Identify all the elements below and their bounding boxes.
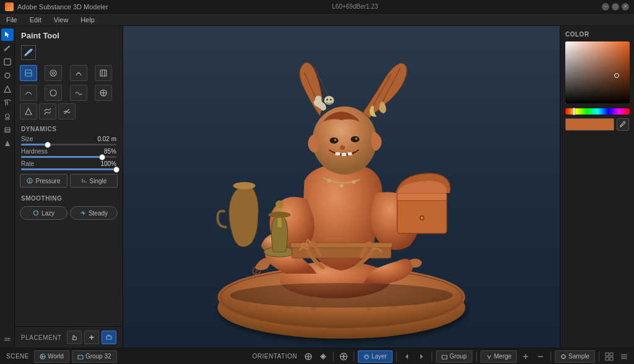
orientation-icon-2[interactable] bbox=[317, 350, 329, 363]
tool-btn-9[interactable] bbox=[20, 103, 37, 119]
svg-point-45 bbox=[351, 136, 360, 142]
svg-rect-92 bbox=[606, 357, 609, 360]
svg-point-77 bbox=[322, 355, 324, 357]
svg-point-46 bbox=[334, 139, 337, 141]
paint-tool-title: Paint Tool bbox=[15, 26, 123, 43]
list-view-icon[interactable] bbox=[618, 350, 630, 363]
group-button[interactable]: Group bbox=[436, 350, 472, 363]
add-icon[interactable] bbox=[519, 350, 532, 363]
svg-point-59 bbox=[340, 184, 344, 188]
svg-point-10 bbox=[6, 338, 7, 339]
menu-bar: File Edit View Help bbox=[0, 14, 634, 26]
svg-point-42 bbox=[421, 217, 423, 219]
tool-btn-3[interactable] bbox=[70, 65, 87, 81]
menu-file[interactable]: File bbox=[4, 15, 20, 25]
smoothing-buttons: Lazy Steady bbox=[15, 204, 123, 222]
app-icon bbox=[5, 2, 14, 11]
menu-edit[interactable]: Edit bbox=[27, 15, 44, 25]
tool-btn-1[interactable] bbox=[20, 65, 37, 81]
stamp-tool[interactable] bbox=[1, 110, 14, 123]
tool-btn-11[interactable] bbox=[58, 103, 76, 119]
window-controls[interactable]: ─ □ ✕ bbox=[602, 3, 629, 11]
next-icon[interactable] bbox=[415, 350, 428, 363]
title-left: Adobe Substance 3D Modeler bbox=[5, 2, 108, 11]
grid-view-icon[interactable] bbox=[603, 350, 615, 363]
eraser-tool[interactable] bbox=[1, 69, 14, 82]
cursor-tool[interactable] bbox=[1, 28, 14, 41]
svg-rect-34 bbox=[106, 336, 111, 339]
tool-btn-2[interactable] bbox=[45, 65, 62, 81]
group32-button[interactable]: Group 32 bbox=[72, 350, 117, 363]
brush-icon-row bbox=[15, 43, 123, 63]
globe-icon[interactable] bbox=[337, 350, 350, 363]
svg-point-58 bbox=[328, 179, 331, 183]
color-label: COLOR bbox=[565, 31, 629, 38]
tool-btn-10[interactable] bbox=[39, 103, 56, 119]
app-title: Adobe Substance 3D Modeler bbox=[17, 3, 108, 11]
left-panel: Paint Tool bbox=[15, 26, 123, 348]
shape-tool[interactable] bbox=[1, 83, 14, 95]
size-slider[interactable] bbox=[21, 144, 116, 145]
hue-thumb bbox=[573, 108, 575, 115]
text-tool[interactable] bbox=[1, 97, 14, 109]
color-picker-cursor bbox=[614, 73, 619, 78]
rate-slider[interactable] bbox=[21, 168, 116, 170]
tool-btn-5[interactable] bbox=[20, 85, 37, 101]
prev-icon[interactable] bbox=[401, 350, 413, 363]
svg-rect-50 bbox=[348, 152, 352, 155]
menu-help[interactable]: Help bbox=[78, 15, 97, 25]
hue-slider[interactable] bbox=[565, 108, 630, 115]
tool-btn-7[interactable] bbox=[70, 85, 87, 101]
tool-btn-8[interactable] bbox=[95, 85, 112, 101]
eyedropper-button[interactable] bbox=[617, 118, 629, 131]
color-swatch[interactable] bbox=[565, 118, 614, 131]
world-button[interactable]: World bbox=[34, 350, 69, 363]
maximize-button[interactable]: □ bbox=[612, 3, 619, 11]
dynamics-buttons: Pressure Single bbox=[15, 171, 123, 190]
close-button[interactable]: ✕ bbox=[622, 3, 629, 11]
paint-tool[interactable] bbox=[1, 42, 14, 54]
separator-3 bbox=[396, 352, 397, 362]
menu-view[interactable]: View bbox=[51, 15, 71, 25]
svg-point-55 bbox=[330, 99, 332, 101]
settings-tool[interactable] bbox=[1, 333, 14, 345]
svg-rect-91 bbox=[610, 353, 613, 356]
separator-1 bbox=[333, 352, 334, 362]
sample-button[interactable]: Sample bbox=[555, 350, 595, 363]
pencil-tool[interactable] bbox=[1, 56, 14, 68]
svg-rect-17 bbox=[100, 70, 106, 76]
separator-4 bbox=[432, 352, 432, 362]
steady-button[interactable]: Steady bbox=[70, 206, 118, 220]
main-layout: Paint Tool bbox=[0, 26, 634, 348]
color-swatch-row bbox=[565, 118, 629, 131]
viewport[interactable] bbox=[123, 26, 560, 348]
svg-rect-93 bbox=[610, 357, 613, 360]
brush-icon[interactable] bbox=[21, 45, 36, 60]
remove-icon[interactable] bbox=[534, 350, 547, 363]
placement-axis[interactable] bbox=[84, 331, 99, 344]
pressure-button[interactable]: Pressure bbox=[20, 174, 67, 188]
svg-point-44 bbox=[330, 137, 339, 144]
placement-hand[interactable] bbox=[67, 331, 82, 344]
hardness-slider[interactable] bbox=[21, 156, 116, 158]
svg-rect-49 bbox=[342, 153, 347, 156]
minimize-button[interactable]: ─ bbox=[602, 3, 609, 11]
single-button[interactable]: Single bbox=[70, 174, 118, 188]
placement-surface[interactable] bbox=[102, 331, 116, 344]
svg-rect-40 bbox=[397, 193, 447, 201]
left-toolbar bbox=[0, 26, 15, 348]
smoothing-label: SMOOTHING bbox=[15, 190, 123, 204]
lazy-button[interactable]: Lazy bbox=[20, 206, 67, 220]
tool-btn-4[interactable] bbox=[95, 65, 112, 81]
orientation-icon-1[interactable] bbox=[302, 350, 315, 363]
layer-button[interactable]: Layer bbox=[358, 350, 393, 363]
separator-7 bbox=[599, 352, 599, 362]
merge-button[interactable]: Merge bbox=[480, 350, 517, 363]
separator-6 bbox=[550, 352, 551, 362]
color-picker[interactable] bbox=[565, 41, 630, 103]
layers-tool[interactable] bbox=[1, 124, 14, 136]
svg-point-53 bbox=[324, 96, 334, 105]
user-display: L60+69dBer1.23 bbox=[332, 3, 378, 10]
tool-btn-6[interactable] bbox=[45, 85, 62, 101]
mask-tool[interactable] bbox=[1, 137, 14, 150]
